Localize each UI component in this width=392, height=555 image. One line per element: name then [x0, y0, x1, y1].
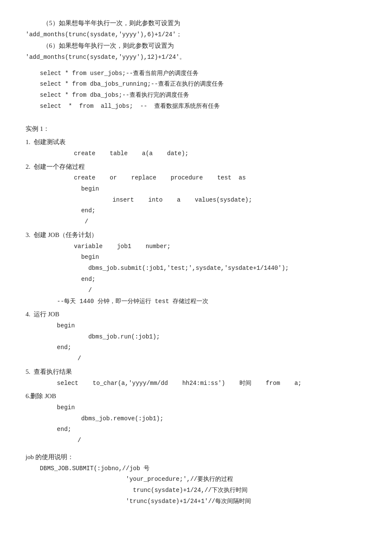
item-4-label: 4. 运行 JOB	[26, 309, 366, 320]
item-3-code-2: begin	[60, 252, 366, 263]
code-line-3: select * from dba_jobs;--查看执行完的调度任务	[26, 90, 366, 101]
job-title: job 的使用说明：	[26, 452, 366, 463]
item-3-code-4: end;	[60, 275, 366, 285]
job-section: job 的使用说明： DBMS_JOB.SUBMIT(:jobno,//job …	[26, 452, 366, 507]
item-2-code-1: create or replace procedure test as	[60, 173, 366, 183]
item-4-code-2: dbms_job.run(:job1);	[60, 332, 366, 342]
item-2-label: 2. 创建一个存储过程	[26, 162, 366, 173]
item-5-code-1: select to_char(a,'yyyy/mm/dd hh24:mi:ss'…	[43, 379, 366, 389]
para-6: （6）如果想每年执行一次，则此参数可设置为	[43, 40, 366, 52]
section-title: 实例 1：	[26, 124, 366, 135]
code-line-1: select * from user_jobs;--查看当前用户的调度任务	[26, 69, 366, 79]
item-2-code-4: end;	[60, 206, 366, 216]
item-3-label: 3. 创建 JOB（任务计划）	[26, 230, 366, 241]
code-line-4: select * from all_jobs; -- 查看数据库系统所有任务	[26, 101, 366, 112]
item-2-code-2: begin	[60, 184, 366, 194]
job-line-1: DBMS_JOB.SUBMIT(:jobno,//job 号	[26, 464, 366, 474]
item-5-label: 5. 查看执行结果	[26, 367, 366, 378]
code-line-2: select * from dba_jobs_running;--查看正在执行的…	[26, 79, 366, 90]
para-5-code: 'add_months(trunc(sysdate,'yyyy'),6)+1/2…	[26, 30, 366, 40]
item-4-code-4: /	[60, 354, 366, 364]
item-4-code-1: begin	[43, 321, 366, 331]
code-block-1: select * from user_jobs;--查看当前用户的调度任务 se…	[26, 69, 366, 112]
item-6-code-4: /	[60, 436, 366, 446]
item-6-code-2: dbms_job.remove(:job1);	[60, 414, 366, 424]
item-3-code-1: variable job1 number;	[60, 242, 366, 252]
main-content: （5）如果想每半年执行一次，则此参数可设置为 'add_months(trunc…	[26, 18, 366, 507]
item-3: 3. 创建 JOB（任务计划） variable job1 number; be…	[26, 230, 366, 306]
item-1-label: 1. 创建测试表	[26, 137, 366, 148]
item-2-code-5: /	[60, 217, 366, 227]
para-5: （5）如果想每半年执行一次，则此参数可设置为	[43, 18, 366, 29]
item-3-code-3: dbms_job.submit(:job1,'test;',sysdate,'s…	[60, 263, 366, 274]
job-line-2: 'your_procedure;',//要执行的过程	[26, 474, 366, 485]
job-line-4: 'trunc(sysdate)+1/24+1'//每次间隔时间	[26, 497, 366, 507]
item-1-code-1: create table a(a date);	[60, 149, 366, 159]
job-line-3: trunc(sysdate)+1/24,//下次执行时间	[26, 486, 366, 496]
item-2: 2. 创建一个存储过程 create or replace procedure …	[26, 162, 366, 227]
para-6-code: 'add_months(trunc(sysdate,'yyyy'),12)+1/…	[26, 52, 366, 63]
item-3-code-5: /	[60, 286, 366, 296]
item-6: 6.删除 JOB begin dbms_job.remove(:job1); e…	[26, 391, 366, 446]
item-4: 4. 运行 JOB begin dbms_job.run(:job1); end…	[26, 309, 366, 364]
item-6-label: 6.删除 JOB	[26, 391, 366, 402]
item-6-code-1: begin	[43, 403, 366, 413]
item-1: 1. 创建测试表 create table a(a date);	[26, 137, 366, 159]
item-2-code-3: insert into a values(sysdate);	[77, 195, 366, 205]
item-4-code-3: end;	[43, 343, 366, 353]
item-6-code-3: end;	[43, 425, 366, 435]
item-3-comment: --每天 1440 分钟，即一分钟运行 test 存储过程一次	[43, 297, 366, 307]
item-5: 5. 查看执行结果 select to_char(a,'yyyy/mm/dd h…	[26, 367, 366, 388]
